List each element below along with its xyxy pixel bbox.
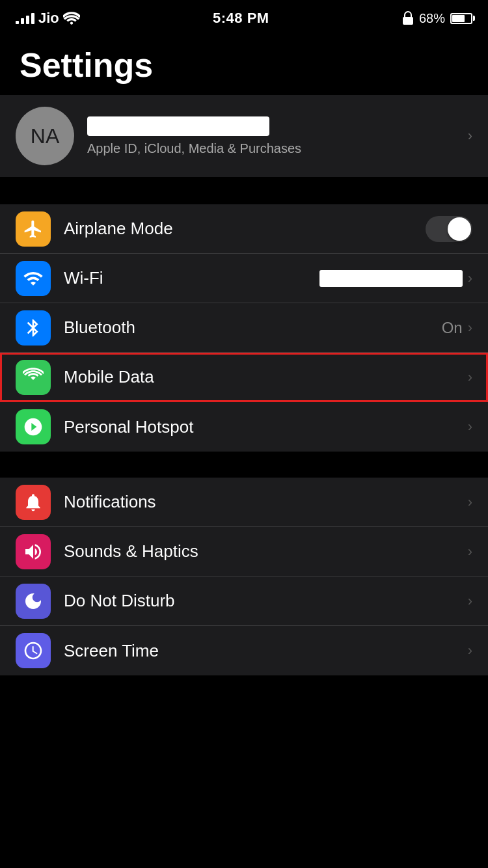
wifi-right: ›: [319, 270, 472, 287]
signal-bars-icon: [16, 12, 34, 24]
status-right: 68%: [402, 11, 472, 26]
profile-chevron-icon: ›: [468, 128, 472, 144]
screen-time-chevron-icon: ›: [468, 642, 472, 659]
personal-hotspot-icon: [16, 409, 51, 444]
airplane-mode-item[interactable]: Airplane Mode: [0, 204, 488, 254]
personal-hotspot-right: ›: [468, 418, 472, 435]
profile-name-bar: [87, 116, 269, 136]
status-left: Jio: [16, 10, 80, 27]
sounds-haptics-right: ›: [468, 543, 472, 560]
status-bar: Jio 5:48 PM 68%: [0, 0, 488, 33]
bluetooth-right: On ›: [442, 319, 472, 337]
sounds-haptics-chevron-icon: ›: [468, 543, 472, 560]
general-settings-group: Notifications › Sounds & Haptics › Do No…: [0, 478, 488, 675]
notifications-right: ›: [468, 494, 472, 511]
do-not-disturb-icon: [16, 584, 51, 619]
notifications-chevron-icon: ›: [468, 494, 472, 511]
do-not-disturb-label: Do Not Disturb: [64, 591, 468, 611]
bluetooth-item[interactable]: Bluetooth On ›: [0, 303, 488, 353]
divider-2: [0, 452, 488, 478]
bluetooth-label: Bluetooth: [64, 318, 442, 338]
mobile-data-item[interactable]: Mobile Data ›: [0, 353, 488, 402]
personal-hotspot-item[interactable]: Personal Hotspot ›: [0, 402, 488, 452]
bluetooth-chevron-icon: ›: [468, 319, 472, 336]
page-title: Settings: [20, 46, 468, 85]
mobile-data-right: ›: [468, 369, 472, 386]
sounds-haptics-item[interactable]: Sounds & Haptics ›: [0, 527, 488, 576]
airplane-mode-toggle[interactable]: [426, 216, 472, 242]
svg-rect-0: [403, 17, 413, 25]
carrier-label: Jio: [38, 10, 59, 27]
wifi-icon: [16, 261, 51, 296]
sounds-haptics-icon: [16, 534, 51, 569]
notifications-label: Notifications: [64, 492, 468, 512]
sounds-haptics-label: Sounds & Haptics: [64, 541, 468, 562]
battery-icon: [450, 13, 472, 24]
airplane-mode-label: Airplane Mode: [64, 219, 426, 239]
personal-hotspot-label: Personal Hotspot: [64, 417, 468, 437]
bluetooth-value: On: [442, 319, 463, 337]
do-not-disturb-chevron-icon: ›: [468, 593, 472, 610]
wifi-network-name-bar: [319, 270, 463, 287]
screen-time-right: ›: [468, 642, 472, 659]
notifications-item[interactable]: Notifications ›: [0, 478, 488, 527]
airplane-mode-icon: [16, 211, 51, 247]
mobile-data-label: Mobile Data: [64, 367, 468, 387]
divider-1: [0, 178, 488, 204]
avatar: NA: [16, 107, 74, 165]
wifi-status-icon: [63, 12, 80, 25]
wifi-label: Wi-Fi: [64, 268, 319, 288]
bluetooth-icon: [16, 310, 51, 346]
battery-percent-label: 68%: [419, 11, 445, 26]
profile-row[interactable]: NA Apple ID, iCloud, Media & Purchases ›: [0, 95, 488, 177]
network-settings-group: Airplane Mode Wi-Fi › Bluetooth On › Mob…: [0, 204, 488, 452]
do-not-disturb-right: ›: [468, 593, 472, 610]
lock-icon: [402, 11, 414, 25]
profile-section[interactable]: NA Apple ID, iCloud, Media & Purchases ›: [0, 95, 488, 177]
screen-time-label: Screen Time: [64, 641, 468, 661]
page-title-area: Settings: [0, 33, 488, 95]
screen-time-item[interactable]: Screen Time ›: [0, 626, 488, 675]
notifications-icon: [16, 485, 51, 520]
mobile-data-chevron-icon: ›: [468, 369, 472, 386]
wifi-item[interactable]: Wi-Fi ›: [0, 254, 488, 303]
status-time: 5:48 PM: [213, 10, 269, 27]
wifi-chevron-icon: ›: [468, 270, 472, 287]
personal-hotspot-chevron-icon: ›: [468, 418, 472, 435]
profile-info: Apple ID, iCloud, Media & Purchases: [87, 116, 468, 156]
profile-subtitle: Apple ID, iCloud, Media & Purchases: [87, 141, 468, 156]
screen-time-icon: [16, 633, 51, 668]
do-not-disturb-item[interactable]: Do Not Disturb ›: [0, 576, 488, 626]
mobile-data-icon: [16, 360, 51, 395]
